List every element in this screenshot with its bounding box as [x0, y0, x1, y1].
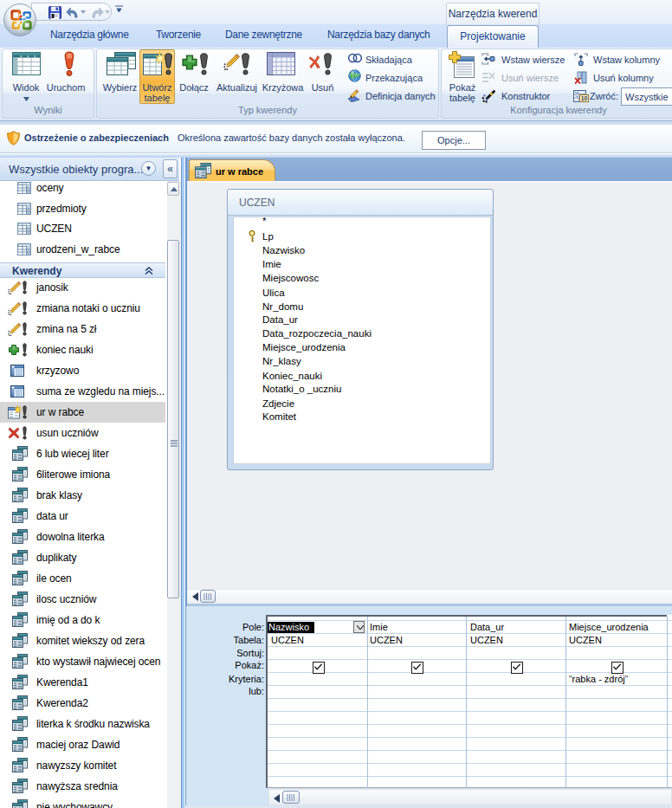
svg-text:10: 10 — [581, 95, 588, 101]
